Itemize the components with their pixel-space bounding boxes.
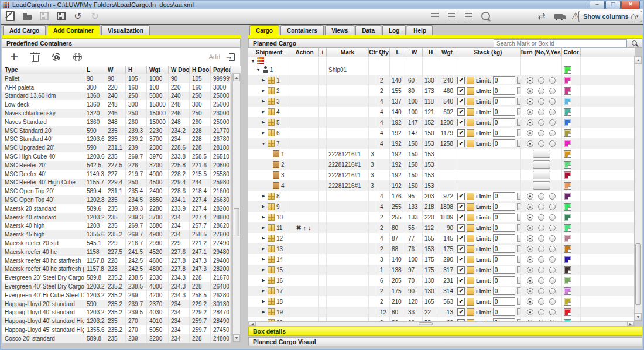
stack-extra-checkbox[interactable] [517, 129, 521, 136]
color-swatch[interactable] [564, 119, 571, 126]
stack-enabled-checkbox[interactable]: ✔ [457, 214, 465, 221]
stack-color-button[interactable] [467, 140, 474, 147]
tab-data[interactable]: Data [355, 25, 381, 35]
stack-color-button[interactable] [467, 129, 474, 137]
stack-limit-input[interactable] [493, 297, 515, 306]
turn-radio[interactable] [549, 214, 556, 221]
delete-item-icon[interactable]: ✖ [296, 224, 303, 232]
add-container-icon[interactable]: + [8, 51, 20, 63]
box-row[interactable]: 3 [248, 170, 290, 180]
left-scroll-thumb[interactable] [234, 208, 239, 236]
cargo-row[interactable]: ▶44140100121602✔Limit: [248, 107, 635, 117]
column-header[interactable]: Ctr [369, 48, 378, 57]
cargo-item-row[interactable]: ▶5 [248, 117, 290, 128]
stack-extra-checkbox[interactable] [517, 224, 521, 231]
turn-radio[interactable] [549, 277, 556, 284]
box-details-bar[interactable]: Box details [248, 327, 642, 336]
stack-extra-checkbox[interactable] [517, 203, 521, 210]
color-swatch[interactable] [564, 87, 571, 95]
column-header[interactable]: Shipment [248, 48, 290, 57]
turn-radio[interactable] [538, 246, 544, 252]
stack-color-button[interactable] [467, 266, 474, 274]
right-vertical-scrollbar[interactable]: ▲ ▼ [634, 56, 642, 321]
list-style-2-icon[interactable] [446, 11, 457, 22]
expand-icon[interactable]: ▶ [261, 88, 266, 93]
search-button[interactable] [629, 39, 640, 47]
turn-radio[interactable] [527, 77, 533, 84]
stack-extra-checkbox[interactable] [517, 256, 521, 263]
stack-color-button[interactable] [467, 256, 474, 263]
minimize-button[interactable]: – [590, 1, 605, 9]
expand-icon[interactable]: ▼ [261, 142, 266, 146]
container-row[interactable]: Maersk 45 high1355.6235.2269.74900234258… [2, 230, 231, 239]
cargo-row[interactable]: ▶143140100175290✔Limit: [248, 254, 635, 265]
stack-color-button[interactable] [467, 77, 474, 84]
stack-extra-checkbox[interactable] [517, 235, 521, 242]
color-swatch[interactable] [564, 235, 571, 242]
stack-limit-input[interactable] [493, 276, 515, 284]
cargo-row[interactable]: 122281216#13192150153 [248, 149, 635, 159]
cargo-row[interactable]: ▶541921471521200✔Limit: [248, 117, 635, 128]
turn-button[interactable] [533, 181, 550, 190]
cargo-row[interactable]: ▼1Ship01 [248, 64, 635, 75]
color-swatch[interactable] [564, 245, 571, 253]
stack-limit-input[interactable] [493, 129, 515, 137]
stack-color-button[interactable] [467, 298, 474, 306]
turn-radio[interactable] [538, 130, 544, 136]
turn-radio[interactable] [538, 119, 544, 126]
turn-radio[interactable] [538, 109, 544, 115]
column-header[interactable]: Action [290, 48, 319, 57]
turn-radio[interactable] [527, 88, 533, 94]
cargo-item-row[interactable]: ▶19 [248, 307, 290, 317]
stack-color-button[interactable] [467, 203, 474, 211]
turn-radio[interactable] [527, 193, 533, 200]
container-row[interactable]: Maersk reefer 40 hc1158227.5241.54520227… [2, 248, 231, 256]
stack-enabled-checkbox[interactable]: ✔ [457, 256, 465, 263]
expand-icon[interactable]: ▶ [261, 131, 266, 135]
container-row[interactable]: MSC Standard 20'590235239.32230234.22282… [2, 126, 231, 135]
turn-radio[interactable] [538, 298, 544, 305]
stack-limit-input[interactable] [493, 213, 515, 221]
container-row[interactable]: Cosco 20' standard589.823523922002342282… [2, 334, 231, 343]
title-bar[interactable]: LoadCargo.In - C:\LUWI\My Folders\LoadCa… [0, 0, 644, 9]
panel-splitter[interactable] [241, 25, 248, 350]
stack-enabled-checkbox[interactable]: ✔ [457, 77, 465, 84]
stack-limit-input[interactable] [493, 139, 515, 147]
stack-enabled-checkbox[interactable]: ✔ [457, 193, 465, 200]
container-row[interactable]: Naves Standard13602482601500024826025000 [2, 118, 231, 126]
cargo-row[interactable]: ▶191280332213✔Limit: [248, 307, 635, 317]
turn-button[interactable] [533, 171, 550, 179]
hide-location-icon[interactable] [479, 11, 491, 22]
turn-radio[interactable] [527, 256, 533, 263]
stack-limit-input[interactable] [493, 234, 515, 242]
tab-containers[interactable]: Containers [280, 25, 324, 35]
add-to-plan-icon[interactable] [225, 53, 235, 61]
truck-icon[interactable] [553, 11, 564, 22]
cargo-item-row[interactable]: ▶3 [248, 96, 290, 107]
cargo-row[interactable]: 322281216#13192150153 [248, 170, 635, 180]
turn-radio[interactable] [549, 225, 556, 231]
turn-radio[interactable] [549, 88, 556, 94]
container-row[interactable]: Happag-Lloyd 40' standard1203.2235.2239.… [2, 308, 231, 317]
new-file-icon[interactable] [4, 11, 16, 22]
expand-icon[interactable]: ▶ [261, 236, 266, 241]
column-header[interactable]: Color [562, 48, 581, 57]
color-swatch[interactable] [564, 129, 571, 137]
scroll-up-button[interactable]: ▲ [233, 74, 240, 81]
stack-enabled-checkbox[interactable]: ✔ [457, 203, 465, 211]
horizontal-scroll-thumb[interactable] [419, 322, 433, 325]
stack-extra-checkbox[interactable] [517, 98, 521, 105]
planned-cargo-visual-bar[interactable]: Planned Cargo Visual [248, 337, 642, 346]
color-swatch[interactable] [564, 277, 571, 284]
turn-radio[interactable] [538, 214, 544, 221]
color-swatch[interactable] [564, 287, 571, 295]
container-row[interactable]: Maersk reefer 20 std545.1229216.72990229… [2, 239, 231, 248]
stack-enabled-checkbox[interactable]: ✔ [457, 224, 465, 232]
move-up-icon[interactable]: ↑ [303, 224, 309, 231]
turn-radio[interactable] [549, 246, 556, 252]
container-row[interactable]: MSC Upgraded 20'590231.12392300228.62282… [2, 143, 231, 152]
container-row[interactable]: Maersk reefer 40 hc starfresh1157.822824… [2, 256, 231, 265]
cargo-row[interactable]: ▶16620570130231✔Limit: [248, 275, 635, 286]
stack-color-button[interactable] [467, 87, 474, 95]
stack-color-button[interactable] [467, 224, 474, 232]
